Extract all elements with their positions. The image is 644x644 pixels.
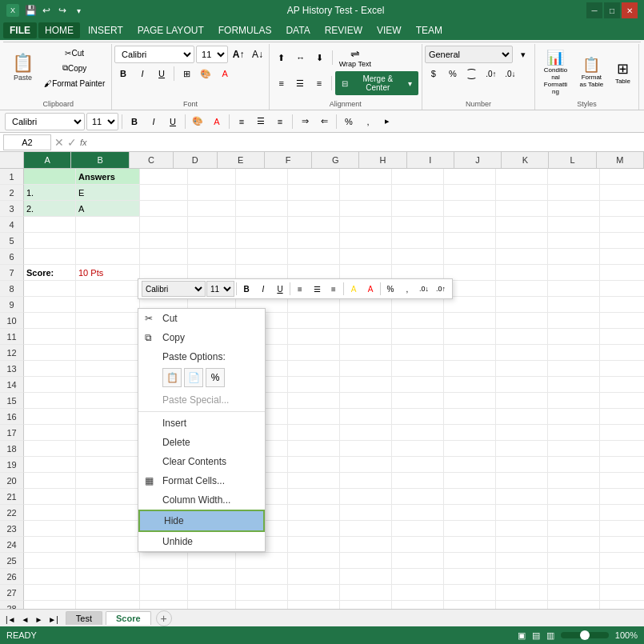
cell[interactable] xyxy=(24,441,76,457)
cell[interactable] xyxy=(140,553,188,569)
cell[interactable] xyxy=(444,553,496,569)
cell[interactable] xyxy=(76,569,140,585)
cell[interactable] xyxy=(392,425,444,441)
cell[interactable] xyxy=(288,409,340,425)
cell[interactable] xyxy=(188,233,236,249)
cell[interactable] xyxy=(24,377,76,393)
cell[interactable] xyxy=(548,585,600,601)
sheet-tab-score[interactable]: Score xyxy=(106,611,151,625)
view-layout[interactable]: ▤ xyxy=(532,630,540,641)
col-header-h[interactable]: H xyxy=(359,152,406,168)
cell[interactable] xyxy=(444,441,496,457)
float-percent-button[interactable]: % xyxy=(382,281,398,297)
cell[interactable] xyxy=(340,457,392,473)
cell[interactable] xyxy=(288,297,340,313)
cell[interactable] xyxy=(600,281,644,297)
cell[interactable] xyxy=(392,457,444,473)
cell[interactable] xyxy=(188,569,236,585)
cell[interactable] xyxy=(548,185,600,201)
comma-style-button[interactable]: % xyxy=(444,65,462,82)
cell[interactable] xyxy=(600,313,644,329)
cell[interactable] xyxy=(140,217,188,233)
menu-data[interactable]: DATA xyxy=(279,22,316,38)
cell[interactable] xyxy=(288,169,340,185)
cell[interactable] xyxy=(444,345,496,361)
cell[interactable] xyxy=(24,281,76,297)
conditional-formatting-button[interactable]: 📊 Conditional Formatting xyxy=(538,46,573,98)
cell[interactable] xyxy=(444,601,496,609)
cell[interactable]: 10 Pts xyxy=(76,265,140,281)
cell[interactable] xyxy=(548,345,600,361)
font-family-select2[interactable]: Calibri xyxy=(5,113,85,130)
cell[interactable] xyxy=(444,169,496,185)
cell[interactable] xyxy=(600,329,644,345)
cell[interactable] xyxy=(24,457,76,473)
more-btn[interactable]: ▸ xyxy=(378,113,396,130)
cell[interactable] xyxy=(288,457,340,473)
font-family-select[interactable]: Calibri xyxy=(114,46,194,63)
cell[interactable] xyxy=(76,281,140,297)
cell[interactable] xyxy=(24,169,76,185)
cell[interactable] xyxy=(24,601,76,609)
cell[interactable] xyxy=(548,313,600,329)
cell[interactable] xyxy=(288,329,340,345)
wrap-text-button[interactable]: ⇌ Wrap Text xyxy=(336,46,374,70)
cell[interactable] xyxy=(188,585,236,601)
cell[interactable] xyxy=(496,505,548,521)
cell[interactable] xyxy=(24,537,76,553)
cell[interactable] xyxy=(288,569,340,585)
cell[interactable] xyxy=(600,217,644,233)
ctx-format-cells[interactable]: ▦ Format Cells... xyxy=(138,471,265,490)
cell[interactable] xyxy=(496,217,548,233)
ctx-insert[interactable]: Insert xyxy=(138,414,265,433)
align-right-button2[interactable]: ≡ xyxy=(271,113,289,130)
cell[interactable] xyxy=(340,569,392,585)
cell[interactable] xyxy=(392,169,444,185)
float-decrease-decimal-button[interactable]: .0↓ xyxy=(416,281,432,297)
cell[interactable]: A xyxy=(76,201,140,217)
cell[interactable] xyxy=(600,249,644,265)
cell[interactable] xyxy=(288,361,340,377)
increase-decimal-button[interactable]: .0↑ xyxy=(482,65,500,82)
ctx-unhide[interactable]: Unhide xyxy=(138,532,265,551)
cell[interactable] xyxy=(496,361,548,377)
cell[interactable] xyxy=(24,569,76,585)
cell[interactable] xyxy=(444,233,496,249)
minimize-button[interactable]: ─ xyxy=(586,2,602,18)
cell[interactable] xyxy=(76,441,140,457)
menu-file[interactable]: FILE xyxy=(3,22,37,38)
col-header-d[interactable]: D xyxy=(174,152,218,168)
cell[interactable] xyxy=(188,185,236,201)
cell[interactable] xyxy=(188,201,236,217)
cell[interactable] xyxy=(600,393,644,409)
cell[interactable] xyxy=(392,297,444,313)
cell[interactable] xyxy=(288,201,340,217)
ctx-hide[interactable]: Hide xyxy=(138,510,265,532)
cell[interactable] xyxy=(548,425,600,441)
paste-option-2[interactable]: 📄 xyxy=(184,368,203,387)
merge-center-button[interactable]: ⊟ Merge & Center ▾ xyxy=(335,71,418,95)
cell[interactable] xyxy=(600,553,644,569)
cell[interactable] xyxy=(444,457,496,473)
decrease-font-size-button[interactable]: A↓ xyxy=(249,46,266,63)
cell[interactable] xyxy=(548,297,600,313)
cell[interactable] xyxy=(444,361,496,377)
menu-page-layout[interactable]: PAGE LAYOUT xyxy=(131,22,210,38)
accounting-button[interactable]: ⁐ xyxy=(463,65,481,82)
cell[interactable] xyxy=(340,297,392,313)
cell[interactable] xyxy=(236,249,288,265)
col-header-l[interactable]: L xyxy=(549,152,596,168)
cell[interactable] xyxy=(24,425,76,441)
cell[interactable] xyxy=(444,297,496,313)
cell[interactable] xyxy=(392,537,444,553)
cell[interactable] xyxy=(288,553,340,569)
cell[interactable] xyxy=(236,585,288,601)
tab-nav-last[interactable]: ►| xyxy=(46,614,61,625)
menu-team[interactable]: TEAM xyxy=(410,22,449,38)
cell[interactable] xyxy=(548,553,600,569)
cell[interactable] xyxy=(548,201,600,217)
cell[interactable] xyxy=(496,313,548,329)
cell[interactable] xyxy=(140,569,188,585)
align-center-button[interactable]: ☰ xyxy=(291,74,309,92)
cell[interactable]: 1. xyxy=(24,185,76,201)
